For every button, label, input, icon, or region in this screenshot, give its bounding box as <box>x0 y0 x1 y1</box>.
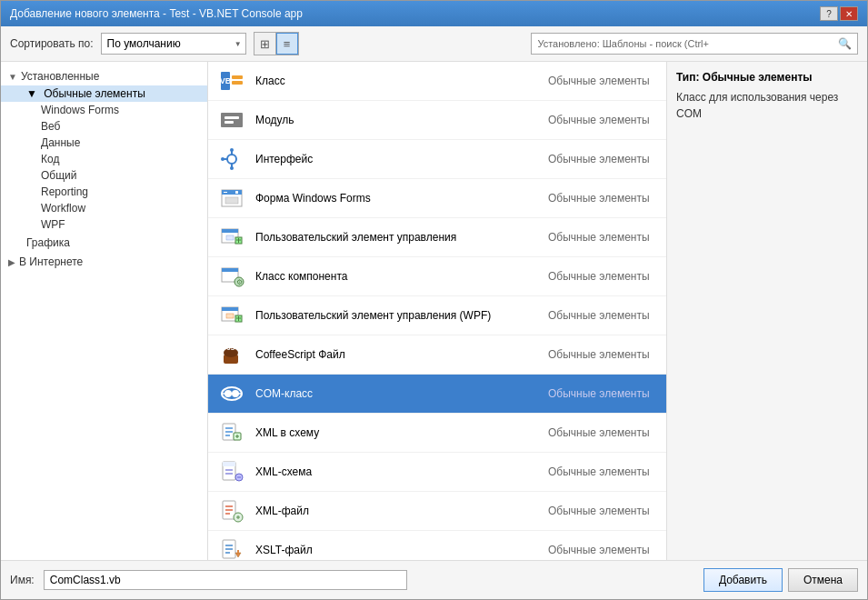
search-box: Установлено: Шаблоны - поиск (Ctrl+ 🔍 <box>531 33 858 55</box>
items-panel: VB Класс Обычные элементы <box>208 62 667 560</box>
item-row[interactable]: XML в схему Обычные элементы <box>208 414 666 453</box>
item-name: COM-класс <box>255 387 548 400</box>
svg-rect-30 <box>222 307 238 311</box>
sidebar-common-label: Обычные элементы <box>44 87 145 100</box>
svg-rect-6 <box>224 121 234 124</box>
item-row[interactable]: Интерфейс Обычные элементы <box>208 140 666 179</box>
svg-point-10 <box>230 148 234 152</box>
add-button[interactable]: Добавить <box>703 568 783 592</box>
help-button[interactable]: ? <box>820 6 838 21</box>
item-row[interactable]: JS CoffeeScript Файл Обычные элементы <box>208 335 666 375</box>
item-category: Обычные элементы <box>548 348 657 361</box>
arrow-common: ▼ <box>26 87 37 100</box>
sidebar-sub-workflow[interactable]: Workflow <box>1 200 207 216</box>
search-input[interactable] <box>713 38 838 49</box>
sidebar-section-online: ▶ В Интернете <box>1 253 207 271</box>
arrow-installed: ▼ <box>8 72 17 82</box>
item-row[interactable]: Пользовательский элемент управления Обыч… <box>208 218 666 257</box>
item-row[interactable]: XML-схема Обычные элементы <box>208 453 666 492</box>
file-name-input[interactable] <box>44 570 407 590</box>
item-name: Модуль <box>255 114 548 126</box>
sidebar-header-online[interactable]: ▶ В Интернете <box>1 253 207 271</box>
window-title: Добавление нового элемента - Test - VB.N… <box>10 7 303 20</box>
arrow-online: ▶ <box>8 257 15 267</box>
item-icon-usercontrol <box>217 223 246 252</box>
svg-rect-18 <box>225 197 238 204</box>
title-bar-buttons: ? ✕ <box>820 6 858 21</box>
item-name: XSLT-файл <box>255 544 548 556</box>
grid-view-button[interactable]: ⊞ <box>254 33 276 55</box>
item-name: CoffeeScript Файл <box>255 348 548 361</box>
sort-label: Сортировать по: <box>10 37 94 50</box>
list-view-button[interactable]: ≡ <box>276 33 298 55</box>
sort-select[interactable]: По умолчанию По имени По категории <box>101 33 246 55</box>
item-name: Пользовательский элемент управления (WPF… <box>255 309 548 322</box>
svg-text:⚙: ⚙ <box>236 278 243 286</box>
sidebar-section-common: ▼ Обычные элементы Windows Forms Веб Дан… <box>1 85 207 233</box>
svg-rect-16 <box>224 192 227 193</box>
sidebar-sub-general[interactable]: Общий <box>1 167 207 184</box>
sidebar-section-installed: ▼ Установленные ▼ Обычные элементы Windo… <box>1 67 207 251</box>
main-body: ▼ Установленные ▼ Обычные элементы Windo… <box>1 62 867 560</box>
sidebar-sub-code[interactable]: Код <box>1 151 207 167</box>
sidebar-header-installed[interactable]: ▼ Установленные <box>1 67 207 85</box>
sidebar-online-label: В Интернете <box>19 255 83 268</box>
svg-rect-2 <box>232 75 243 79</box>
svg-rect-26 <box>222 268 238 272</box>
item-category: Обычные элементы <box>548 270 657 283</box>
item-row[interactable]: Модуль Обычные элементы <box>208 101 666 140</box>
item-icon-class: VB <box>217 66 246 95</box>
close-button[interactable]: ✕ <box>840 6 858 21</box>
view-buttons: ⊞ ≡ <box>254 32 299 55</box>
item-row[interactable]: ⚙ Класс компонента Обычные элементы <box>208 257 666 296</box>
cancel-button[interactable]: Отмена <box>788 568 858 592</box>
item-category: Обычные элементы <box>548 465 657 478</box>
item-name: XML-файл <box>255 505 548 517</box>
sidebar-sub-wpf[interactable]: WPF <box>1 216 207 233</box>
sidebar: ▼ Установленные ▼ Обычные элементы Windo… <box>1 62 208 560</box>
info-type-label: Тип: Обычные элементы <box>676 71 858 84</box>
sidebar-sub-data[interactable]: Данные <box>1 135 207 151</box>
item-icon-xslt <box>217 535 246 560</box>
search-icon[interactable]: 🔍 <box>838 37 852 50</box>
svg-rect-3 <box>232 81 243 85</box>
svg-text:JS: JS <box>227 345 235 351</box>
item-name: Класс компонента <box>255 270 548 283</box>
sidebar-sub-web[interactable]: Веб <box>1 118 207 135</box>
svg-text:VB: VB <box>220 76 232 85</box>
item-row-selected[interactable]: COM-класс Обычные элементы <box>208 375 666 414</box>
item-name: XML-схема <box>255 465 548 478</box>
item-row[interactable]: VB Класс Обычные элементы <box>208 62 666 101</box>
info-description: Класс для использования через COM <box>676 89 858 122</box>
item-category: Обычные элементы <box>548 544 657 556</box>
main-window: Добавление нового элемента - Test - VB.N… <box>0 0 868 600</box>
item-icon-interface <box>217 145 246 174</box>
sidebar-graphics-label: Графика <box>26 236 70 249</box>
action-buttons: Добавить Отмена <box>703 568 858 592</box>
item-category: Обычные элементы <box>548 505 657 517</box>
item-category: Обычные элементы <box>548 309 657 322</box>
item-name: Форма Windows Forms <box>255 192 548 205</box>
item-icon-com <box>217 379 246 408</box>
item-icon-xmlschema <box>217 418 246 447</box>
item-row[interactable]: XML-файл Обычные элементы <box>208 492 666 531</box>
item-name: Интерфейс <box>255 153 548 165</box>
item-name: Пользовательский элемент управления <box>255 231 548 244</box>
item-category: Обычные элементы <box>548 426 657 439</box>
svg-rect-4 <box>221 113 243 127</box>
sidebar-item-common[interactable]: ▼ Обычные элементы <box>1 85 207 102</box>
sidebar-sub-reporting[interactable]: Reporting <box>1 184 207 200</box>
item-row[interactable]: Пользовательский элемент управления (WPF… <box>208 296 666 335</box>
svg-rect-21 <box>226 235 234 240</box>
svg-rect-5 <box>224 116 239 119</box>
item-category: Обычные элементы <box>548 114 657 126</box>
item-row[interactable]: XSLT-файл Обычные элементы <box>208 531 666 560</box>
item-row[interactable]: Форма Windows Forms Обычные элементы <box>208 179 666 218</box>
item-icon-xml <box>217 496 246 525</box>
sidebar-item-graphics[interactable]: Графика <box>1 235 207 251</box>
sidebar-installed-label: Установленные <box>21 70 99 83</box>
bottom-bar: Имя: Добавить Отмена <box>1 560 867 599</box>
item-icon-module <box>217 105 246 135</box>
sidebar-sub-windowsforms[interactable]: Windows Forms <box>1 102 207 118</box>
top-bar: Сортировать по: По умолчанию По имени По… <box>1 26 867 62</box>
